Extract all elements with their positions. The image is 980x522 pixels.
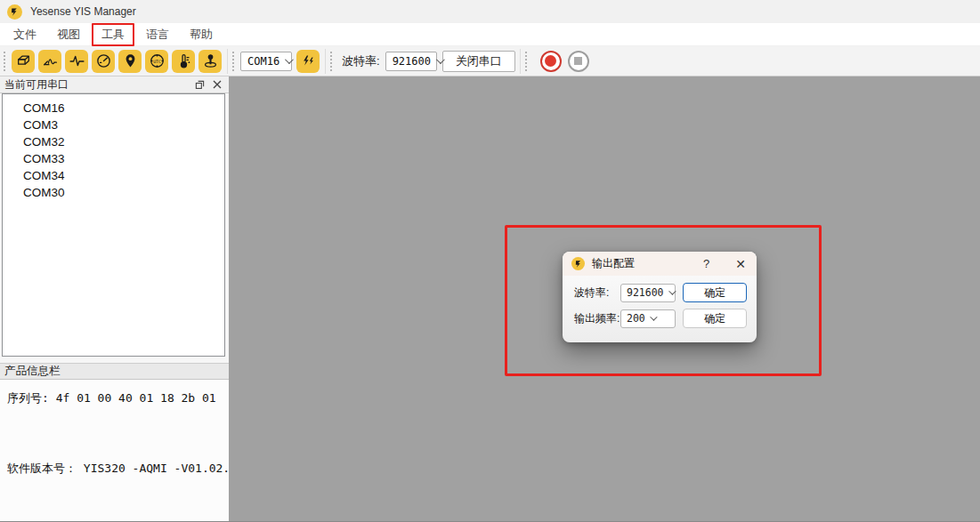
port-list-item[interactable]: COM30 bbox=[3, 184, 224, 201]
content-area: 当前可用串口 COM16 COM3 COM32 COM33 COM34 COM3… bbox=[0, 76, 980, 521]
toolbar: UTC COM16 波特率: bbox=[0, 46, 980, 76]
attitude-curve-icon[interactable] bbox=[38, 50, 61, 73]
firmware-version-label: 软件版本号： bbox=[7, 462, 77, 475]
port-list-item[interactable]: COM34 bbox=[3, 167, 224, 184]
confirm-baud-button[interactable]: 确定 bbox=[683, 283, 747, 302]
3d-box-icon[interactable] bbox=[12, 50, 35, 73]
dock-title: 当前可用串口 bbox=[4, 77, 69, 92]
refresh-sync-icon[interactable] bbox=[296, 50, 320, 73]
port-select-value: COM16 bbox=[247, 55, 279, 68]
baud-rate-select[interactable]: 921600 bbox=[385, 52, 437, 71]
dialog-frequency-value: 200 bbox=[627, 312, 645, 325]
window-title: Yesense YIS Manager bbox=[30, 5, 136, 18]
serial-number-line: 序列号: 4f 01 00 40 01 18 2b 01 bbox=[7, 390, 222, 406]
app-window: Yesense YIS Manager 文件 视图 工具 语言 帮助 bbox=[0, 0, 980, 522]
record-icon bbox=[545, 55, 556, 67]
help-icon[interactable]: ? bbox=[703, 257, 709, 270]
float-panel-icon[interactable] bbox=[192, 78, 207, 92]
port-list-item[interactable]: COM16 bbox=[3, 100, 224, 116]
stop-icon bbox=[574, 57, 582, 65]
chevron-down-icon bbox=[668, 287, 676, 294]
title-bar: Yesense YIS Manager bbox=[0, 0, 980, 23]
dashboard-gauge-icon[interactable] bbox=[92, 50, 115, 73]
menu-file[interactable]: 文件 bbox=[4, 24, 45, 45]
dialog-body: 波特率: 921600 确定 输出频率: 200 确定 bbox=[563, 276, 757, 328]
workspace: 输出配置 ? ✕ 波特率: 921600 确定 输出频率: bbox=[229, 76, 980, 521]
svg-text:UTC: UTC bbox=[153, 59, 161, 64]
waveform-icon[interactable] bbox=[65, 50, 88, 73]
baud-rate-value: 921600 bbox=[393, 55, 431, 68]
dialog-title: 输出配置 bbox=[592, 256, 635, 271]
serial-port-dock-panel: 当前可用串口 COM16 COM3 COM32 COM33 COM34 COM3… bbox=[0, 76, 229, 521]
menu-bar: 文件 视图 工具 语言 帮助 bbox=[0, 23, 980, 46]
output-config-dialog: 输出配置 ? ✕ 波特率: 921600 确定 输出频率: bbox=[563, 252, 757, 342]
record-button[interactable] bbox=[540, 51, 562, 72]
location-pin-icon[interactable] bbox=[118, 50, 142, 73]
port-list-item[interactable]: COM3 bbox=[3, 116, 224, 133]
toolbar-divider bbox=[520, 49, 521, 74]
dock-header: 当前可用串口 bbox=[0, 76, 229, 93]
toolbar-divider bbox=[325, 49, 326, 74]
dialog-title-bar[interactable]: 输出配置 ? ✕ bbox=[563, 252, 757, 276]
dialog-frequency-label: 输出频率: bbox=[574, 311, 620, 326]
product-info-header: 产品信息栏 bbox=[0, 363, 229, 380]
menu-language[interactable]: 语言 bbox=[137, 24, 178, 45]
port-list-item[interactable]: COM32 bbox=[3, 133, 224, 150]
firmware-version-value: YIS320 -AQMI -V01.02.03; bbox=[84, 462, 251, 475]
port-select[interactable]: COM16 bbox=[240, 52, 292, 71]
chevron-down-icon bbox=[650, 313, 657, 320]
port-list-item[interactable]: COM33 bbox=[3, 150, 224, 167]
firmware-version-line: 软件版本号： YIS320 -AQMI -V01.02.03; bbox=[7, 461, 222, 477]
confirm-frequency-button[interactable]: 确定 bbox=[683, 309, 747, 328]
dialog-baud-label: 波特率: bbox=[574, 285, 609, 301]
close-panel-icon[interactable] bbox=[210, 78, 224, 92]
close-serial-button[interactable]: 关闭串口 bbox=[442, 51, 515, 72]
toolbar-grip[interactable] bbox=[4, 52, 8, 71]
dialog-baud-value: 921600 bbox=[627, 286, 664, 299]
serial-number-value: 4f 01 00 40 01 18 2b 01 bbox=[56, 391, 216, 405]
product-info-title: 产品信息栏 bbox=[4, 364, 61, 379]
toolbar-grip[interactable] bbox=[232, 52, 237, 71]
menu-view[interactable]: 视图 bbox=[48, 24, 89, 45]
baud-rate-row: 波特率: 921600 确定 bbox=[574, 283, 747, 302]
baud-rate-label: 波特率: bbox=[342, 53, 380, 69]
close-icon[interactable]: ✕ bbox=[735, 257, 746, 271]
menu-help[interactable]: 帮助 bbox=[181, 24, 222, 45]
available-port-list: COM16 COM3 COM32 COM33 COM34 COM30 bbox=[2, 93, 225, 357]
app-logo-icon bbox=[7, 4, 22, 20]
stop-button[interactable] bbox=[568, 51, 589, 72]
toolbar-grip[interactable] bbox=[525, 52, 530, 71]
product-info-body: 序列号: 4f 01 00 40 01 18 2b 01 软件版本号： YIS3… bbox=[0, 380, 229, 521]
dialog-baud-select[interactable]: 921600 bbox=[620, 284, 676, 302]
panel-splitter[interactable] bbox=[0, 357, 229, 363]
output-frequency-row: 输出频率: 200 确定 bbox=[574, 309, 747, 328]
serial-number-label: 序列号: bbox=[7, 391, 49, 405]
menu-tools[interactable]: 工具 bbox=[92, 23, 134, 46]
chevron-down-icon bbox=[285, 55, 294, 64]
toolbar-divider bbox=[227, 49, 228, 74]
dialog-frequency-select[interactable]: 200 bbox=[620, 309, 676, 328]
toolbar-grip[interactable] bbox=[330, 52, 335, 71]
dialog-logo-icon bbox=[571, 257, 585, 270]
utc-clock-icon[interactable]: UTC bbox=[145, 50, 168, 73]
thermometer-icon[interactable] bbox=[172, 50, 195, 73]
joystick-level-icon[interactable] bbox=[198, 50, 222, 73]
